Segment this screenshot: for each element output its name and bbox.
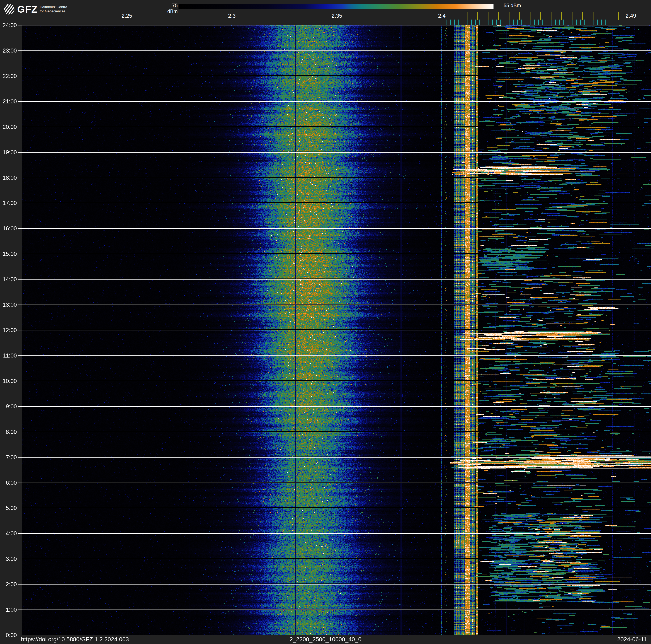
time-tick-label: 20:00 bbox=[0, 124, 17, 130]
time-tick-label: 19:00 bbox=[0, 149, 17, 155]
time-tick-label: 9:00 bbox=[0, 403, 17, 410]
ble-channel-tick bbox=[593, 20, 593, 25]
minor-frequency-tick bbox=[211, 20, 211, 25]
minor-frequency-tick bbox=[316, 20, 316, 25]
ble-channel-tick bbox=[505, 20, 505, 25]
time-tick-label: 18:00 bbox=[0, 175, 17, 181]
logo-subtitle: Helmholtz Centre for Geosciences bbox=[40, 5, 67, 13]
wifi-channel-tick bbox=[582, 12, 583, 20]
frequency-tick-label: 2.35 bbox=[324, 12, 349, 19]
colorbar-max-label: -55 dBm bbox=[502, 2, 521, 8]
minor-frequency-tick bbox=[294, 20, 295, 25]
wifi-channel-tick bbox=[618, 12, 619, 20]
ble-channel-tick bbox=[606, 20, 606, 25]
hour-tick bbox=[18, 101, 22, 102]
ble-channel-tick bbox=[509, 20, 509, 25]
wifi-channel-tick bbox=[551, 12, 552, 20]
wifi-channel-tick bbox=[540, 12, 541, 20]
ble-channel-tick bbox=[610, 20, 610, 25]
major-frequency-tick bbox=[127, 17, 127, 25]
hour-tick bbox=[18, 559, 22, 559]
colorbar-min-label: -75 dBm bbox=[159, 2, 178, 14]
minor-frequency-tick bbox=[274, 20, 274, 25]
frequency-tick-label: 2.4 bbox=[429, 12, 455, 19]
time-tick-label: 7:00 bbox=[0, 454, 17, 461]
hour-tick bbox=[18, 533, 22, 534]
wifi-channel-tick bbox=[593, 12, 593, 20]
major-frequency-tick bbox=[631, 17, 631, 25]
ble-channel-tick bbox=[484, 20, 484, 25]
wifi-channel-tick bbox=[477, 12, 478, 20]
time-tick-label: 4:00 bbox=[0, 530, 17, 536]
wifi-channel-tick bbox=[519, 12, 520, 20]
minor-frequency-tick bbox=[105, 20, 106, 25]
spectrogram-plot bbox=[22, 25, 651, 635]
logo-subtitle-line2: for Geosciences bbox=[40, 9, 65, 13]
wifi-channel-tick bbox=[498, 12, 499, 20]
major-frequency-tick bbox=[231, 17, 232, 25]
ble-channel-tick bbox=[563, 20, 564, 25]
gfz-logo-icon bbox=[4, 4, 15, 15]
ble-channel-tick bbox=[576, 20, 577, 25]
hour-tick bbox=[18, 381, 22, 381]
ble-channel-tick bbox=[589, 20, 589, 25]
minor-frequency-tick bbox=[358, 20, 358, 25]
wifi-channel-tick bbox=[508, 12, 509, 20]
hour-tick bbox=[18, 635, 22, 635]
major-frequency-tick bbox=[337, 17, 337, 25]
ble-channel-tick bbox=[463, 20, 463, 25]
hour-tick bbox=[18, 508, 22, 508]
frequency-tick-label: 2.49 bbox=[618, 12, 644, 19]
ble-channel-tick bbox=[568, 20, 568, 25]
wifi-channel-tick bbox=[571, 12, 572, 20]
wifi-channel-tick bbox=[561, 12, 562, 20]
ble-channel-tick bbox=[580, 20, 581, 25]
minor-frequency-tick bbox=[421, 20, 421, 25]
time-tick-label: 17:00 bbox=[0, 200, 17, 206]
ble-channel-tick bbox=[555, 20, 556, 25]
ble-channel-tick bbox=[446, 20, 446, 25]
time-tick-label: 12:00 bbox=[0, 327, 17, 333]
hour-tick bbox=[18, 304, 22, 305]
frequency-tick-label: 2.3 bbox=[219, 12, 244, 19]
ble-channel-tick bbox=[492, 20, 493, 25]
ble-channel-tick bbox=[496, 20, 497, 25]
time-tick-label: 22:00 bbox=[0, 73, 17, 79]
hour-tick bbox=[18, 279, 22, 280]
gfz-logo: GFZ Helmholtz Centre for Geosciences bbox=[4, 4, 67, 15]
ble-channel-tick bbox=[547, 20, 547, 25]
spectrogram-page: GFZ Helmholtz Centre for Geosciences -75… bbox=[0, 0, 651, 644]
time-tick-label: 23:00 bbox=[0, 48, 17, 54]
hour-tick bbox=[18, 584, 22, 585]
time-tick-label: 13:00 bbox=[0, 302, 17, 308]
time-tick-label: 2:00 bbox=[0, 581, 17, 587]
time-tick-label: 3:00 bbox=[0, 556, 17, 562]
ble-channel-tick bbox=[454, 20, 455, 25]
dataset-name-text: 2_2200_2500_10000_40_0 bbox=[0, 636, 651, 643]
ble-channel-tick bbox=[479, 20, 480, 25]
date-text: 2024-06-11 bbox=[617, 636, 647, 643]
hour-tick bbox=[18, 330, 22, 330]
time-tick-label: 6:00 bbox=[0, 480, 17, 486]
major-frequency-tick bbox=[442, 17, 442, 25]
ble-channel-tick bbox=[467, 20, 467, 25]
ble-channel-tick bbox=[538, 20, 539, 25]
wifi-channel-tick bbox=[530, 12, 530, 20]
wifi-channel-tick bbox=[467, 12, 467, 20]
ble-channel-tick bbox=[542, 20, 543, 25]
hour-tick bbox=[18, 25, 22, 25]
hour-tick bbox=[18, 254, 22, 254]
hour-tick bbox=[18, 610, 22, 610]
colorbar-gradient bbox=[179, 4, 494, 9]
minor-frequency-tick bbox=[253, 20, 253, 25]
time-tick-label: 10:00 bbox=[0, 378, 17, 384]
ble-channel-tick bbox=[513, 20, 514, 25]
ble-channel-tick bbox=[526, 20, 526, 25]
minor-frequency-tick bbox=[148, 20, 148, 25]
ble-channel-tick bbox=[530, 20, 530, 25]
time-tick-label: 16:00 bbox=[0, 225, 17, 232]
minor-frequency-tick bbox=[64, 20, 64, 25]
ble-channel-tick bbox=[517, 20, 518, 25]
time-tick-label: 24:00 bbox=[0, 22, 17, 28]
logo-subtitle-line1: Helmholtz Centre bbox=[40, 5, 67, 9]
